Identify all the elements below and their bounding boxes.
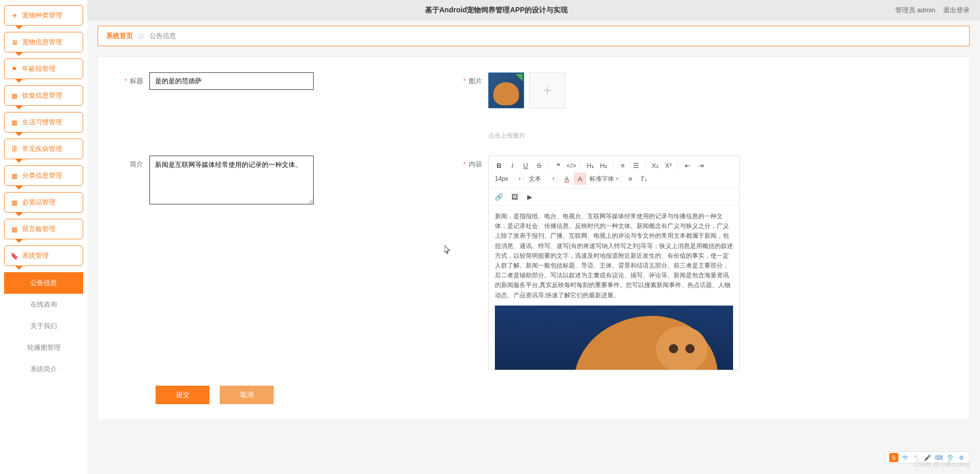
main-content: 系统首页 ☰ 公告信息 * 标题 * 图片 <box>87 21 980 425</box>
separator <box>613 161 613 170</box>
page-title: 基于Android宠物饲养管理APP的设计与实现 <box>98 6 895 15</box>
required-mark: * <box>463 160 466 168</box>
separator <box>548 161 549 170</box>
grid-icon: ▦ <box>11 199 18 206</box>
submenu-announcement[interactable]: 公告信息 <box>4 272 83 294</box>
flag-icon: ⚑ <box>11 65 18 72</box>
intro-textarea[interactable]: 新闻是互联网等媒体经常使用的记录的一种文体。 <box>149 156 314 204</box>
intro-group: 简介 新闻是互联网等媒体经常使用的记录的一种文体。 <box>119 156 314 370</box>
underline-button[interactable]: U <box>520 159 532 172</box>
grid-icon: ▦ <box>11 225 18 233</box>
grid-icon: ▦ <box>11 119 18 126</box>
menu-age-group[interactable]: ⚑ 年龄段管理 <box>4 59 83 79</box>
logout-link[interactable]: 退出登录 <box>943 6 970 15</box>
plus-icon: + <box>543 82 551 99</box>
breadcrumb: 系统首页 ☰ 公告信息 <box>98 26 970 46</box>
h2-button[interactable]: H₂ <box>598 159 610 172</box>
grid-icon: ▦ <box>11 172 18 179</box>
send-icon: ✈ <box>11 12 18 19</box>
content-label: * 内容 <box>457 156 488 169</box>
submenu-online-consult[interactable]: 在线咨询 <box>4 294 83 315</box>
image-group: * 图片 + 点击上传图片 <box>457 72 565 140</box>
breadcrumb-current: 公告信息 <box>149 31 176 41</box>
submenu-carousel[interactable]: 轮播图管理 <box>4 337 83 358</box>
font-size-select[interactable]: 14px <box>493 174 518 183</box>
menu-label: 年龄段管理 <box>22 64 55 73</box>
menu-label: 常见疾病管理 <box>22 144 62 154</box>
menu-pet-category[interactable]: ✈ 宠物种类管理 <box>4 5 83 26</box>
upload-add-button[interactable]: + <box>529 72 565 108</box>
cancel-button[interactable]: 取消 <box>220 386 274 404</box>
title-label: * 标题 <box>119 72 149 86</box>
required-mark: * <box>124 77 127 85</box>
quote-button[interactable]: ❝ <box>552 159 564 172</box>
cat-image <box>493 82 519 105</box>
cat-face <box>656 326 707 370</box>
image-button[interactable]: 🖼 <box>508 191 521 203</box>
content-image <box>495 306 733 370</box>
menu-essentials[interactable]: ▦ 必需品管理 <box>4 192 83 213</box>
title-input[interactable] <box>149 72 314 90</box>
ordered-list-button[interactable]: ≡ <box>617 159 629 172</box>
video-button[interactable]: ▶ <box>524 191 536 203</box>
menu-label: 留言板管理 <box>22 224 55 234</box>
monitor-icon: 🖥 <box>11 39 18 46</box>
superscript-button[interactable]: X² <box>662 159 675 172</box>
text-type-select[interactable]: 文本 <box>527 174 552 184</box>
briefcase-icon: 🗄 <box>11 145 18 153</box>
grid-icon: ▦ <box>11 92 18 99</box>
menu-label: 宠物信息管理 <box>22 37 62 47</box>
menu-pet-info[interactable]: 🖥 宠物信息管理 <box>4 32 83 52</box>
title-group: * 标题 <box>119 72 314 140</box>
link-button[interactable]: 🔗 <box>493 191 505 203</box>
align-button[interactable]: ≡ <box>624 173 637 185</box>
bg-color-button[interactable]: A <box>574 173 586 185</box>
breadcrumb-home[interactable]: 系统首页 <box>106 31 133 41</box>
header-user: 管理员 admin 退出登录 <box>895 6 970 15</box>
separator <box>678 161 678 170</box>
upload-hint: 点击上传图片 <box>488 131 565 140</box>
menu-habits[interactable]: ▦ 生活习惯管理 <box>4 112 83 132</box>
unordered-list-button[interactable]: ☰ <box>630 159 642 172</box>
code-button[interactable]: </> <box>565 159 578 172</box>
menu-system[interactable]: 🔖 系统管理 <box>4 245 83 266</box>
bold-button[interactable]: B <box>493 159 505 172</box>
image-preview[interactable] <box>488 72 524 108</box>
upload-area: + <box>488 72 565 108</box>
header: 基于Android宠物饲养管理APP的设计与实现 管理员 admin 退出登录 <box>87 0 980 21</box>
menu-label: 饮食信息管理 <box>22 91 62 100</box>
indent-left-button[interactable]: ⇤ <box>681 159 694 172</box>
form-actions: 提交 取消 <box>156 386 949 404</box>
editor-toolbar: B I U S ❝ </> H₁ H₂ ≡ ☰ <box>489 156 739 188</box>
separator <box>581 161 581 170</box>
cat-eye-left <box>669 344 678 353</box>
clear-format-button[interactable]: Tₓ <box>638 173 650 185</box>
menu-diseases[interactable]: 🗄 常见疾病管理 <box>4 139 83 159</box>
submit-button[interactable]: 提交 <box>156 386 209 404</box>
menu-message-board[interactable]: ▦ 留言板管理 <box>4 219 83 239</box>
menu-label: 必需品管理 <box>22 198 55 207</box>
cat-eye-right <box>685 344 695 353</box>
h1-button[interactable]: H₁ <box>584 159 597 172</box>
subscript-button[interactable]: X₂ <box>649 159 661 172</box>
user-role[interactable]: 管理员 admin <box>895 6 935 15</box>
font-family-select[interactable]: 标准字体 <box>587 174 616 184</box>
menu-label: 系统管理 <box>22 251 49 260</box>
menu-diet-info[interactable]: ▦ 饮食信息管理 <box>4 85 83 106</box>
editor-toolbar2: 🔗 🖼 ▶ <box>489 188 739 205</box>
content-group: * 内容 B I U S ❝ </> H₁ <box>457 156 740 370</box>
indent-right-button[interactable]: ⇥ <box>695 159 707 172</box>
form-panel: * 标题 * 图片 <box>98 56 970 420</box>
submenu-about-us[interactable]: 关于我们 <box>4 315 83 337</box>
sidebar: ✈ 宠物种类管理 🖥 宠物信息管理 ⚑ 年龄段管理 ▦ 饮食信息管理 ▦ 生活习… <box>0 0 87 425</box>
font-color-button[interactable]: A <box>561 173 573 185</box>
required-mark: * <box>463 77 466 85</box>
italic-button[interactable]: I <box>506 159 518 172</box>
editor-content[interactable]: 新闻，是指报纸、电台、电视台、互联网等媒体经常使用的记录与传播信息的一种文体，是… <box>489 205 739 370</box>
menu-label: 宠物种类管理 <box>22 11 62 20</box>
strikethrough-button[interactable]: S <box>533 159 545 172</box>
submenu: 公告信息 在线咨询 关于我们 轮播图管理 系统简介 <box>4 272 83 380</box>
submenu-system-intro[interactable]: 系统简介 <box>4 358 83 380</box>
rich-editor: B I U S ❝ </> H₁ H₂ ≡ ☰ <box>488 156 740 370</box>
menu-category-info[interactable]: ▦ 分类信息管理 <box>4 165 83 186</box>
